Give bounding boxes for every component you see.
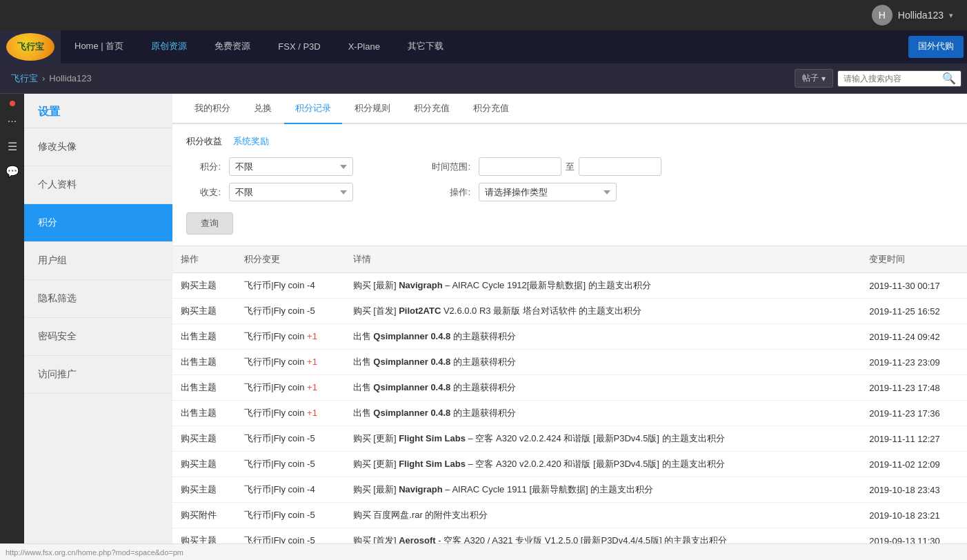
nav-bar: 飞行宝 Home | 首页 原创资源 免费资源 FSX / P3D X-Plan… bbox=[0, 30, 967, 63]
table-row: 出售主题飞行币|Fly coin +1出售 Qsimplanner 0.4.8 … bbox=[172, 375, 967, 401]
time-range-label: 时间范围: bbox=[422, 161, 470, 173]
cell-action: 购买主题 bbox=[172, 477, 236, 503]
cell-detail: 购买 [更新] Flight Sim Labs – 空客 A320 v2.0.2… bbox=[345, 452, 861, 477]
cell-action: 购买主题 bbox=[172, 426, 236, 452]
document-icon[interactable]: ☰ bbox=[3, 137, 22, 156]
op-type-select[interactable]: 请选择操作类型 bbox=[479, 183, 617, 201]
cell-detail: 出售 Qsimplanner 0.4.8 的主题获得积分 bbox=[345, 375, 861, 401]
chevron-down-icon: ▾ bbox=[949, 11, 953, 20]
icon-sidebar: ··· ☰ 💬 bbox=[0, 94, 24, 560]
cell-detail: 购买 [最新] Navigraph – AIRAC Cycle 1911 [最新… bbox=[345, 477, 861, 503]
cell-detail: 购买 [首发] Pilot2ATC V2.6.0.0 R3 最新版 塔台对话软件… bbox=[345, 299, 861, 324]
notification-dot-icon bbox=[10, 101, 15, 106]
cell-change: 飞行币|Fly coin +1 bbox=[236, 350, 344, 375]
nav-item-original[interactable]: 原创资源 bbox=[137, 30, 201, 63]
nav-item-free[interactable]: 免费资源 bbox=[201, 30, 264, 63]
sidebar-item-avatar[interactable]: 修改头像 bbox=[24, 128, 172, 166]
nav-items: Home | 首页 原创资源 免费资源 FSX / P3D X-Plane 其它… bbox=[61, 30, 967, 63]
search-submit-button[interactable]: 🔍 bbox=[942, 72, 956, 85]
date-from-input[interactable] bbox=[479, 157, 561, 176]
sidebar-item-profile[interactable]: 个人资料 bbox=[24, 166, 172, 204]
tab-rules[interactable]: 积分规则 bbox=[343, 94, 401, 124]
top-bar: H Hollida123 ▾ bbox=[0, 0, 967, 30]
points-label: 积分: bbox=[186, 161, 221, 173]
table-row: 购买主题飞行币|Fly coin -5购买 [更新] Flight Sim La… bbox=[172, 452, 967, 477]
date-to-input[interactable] bbox=[579, 157, 661, 176]
cell-action: 出售主题 bbox=[172, 350, 236, 375]
tab-recharge1[interactable]: 积分充值 bbox=[403, 94, 461, 124]
cell-change: 飞行币|Fly coin -4 bbox=[236, 477, 344, 503]
cell-action: 购买主题 bbox=[172, 273, 236, 299]
second-bar: 飞行宝 › Hollida123 帖子 ▾ 🔍 bbox=[0, 63, 967, 94]
cell-time: 2019-11-30 00:17 bbox=[861, 273, 967, 299]
system-reward-link[interactable]: 系统奖励 bbox=[233, 135, 269, 148]
cell-time: 2019-10-18 23:21 bbox=[861, 503, 967, 528]
status-bar: http://www.fsx.org.cn/home.php?mod=space… bbox=[0, 543, 967, 560]
cell-change: 飞行币|Fly coin +1 bbox=[236, 375, 344, 401]
search-type-label: 帖子 bbox=[802, 72, 819, 84]
tab-recharge2[interactable]: 积分充值 bbox=[462, 94, 520, 124]
col-detail: 详情 bbox=[345, 246, 861, 273]
cell-detail: 出售 Qsimplanner 0.4.8 的主题获得积分 bbox=[345, 350, 861, 375]
sidebar-item-privacy[interactable]: 隐私筛选 bbox=[24, 280, 172, 318]
cell-detail: 出售 Qsimplanner 0.4.8 的主题获得积分 bbox=[345, 324, 861, 350]
chat-icon[interactable]: 💬 bbox=[3, 161, 22, 181]
cell-change: 飞行币|Fly coin +1 bbox=[236, 324, 344, 350]
cell-detail: 出售 Qsimplanner 0.4.8 的主题获得积分 bbox=[345, 401, 861, 426]
search-type-button[interactable]: 帖子 ▾ bbox=[795, 69, 833, 88]
cell-change: 飞行币|Fly coin -5 bbox=[236, 426, 344, 452]
search-type-chevron-icon: ▾ bbox=[821, 74, 826, 83]
tab-records[interactable]: 积分记录 bbox=[284, 94, 342, 124]
income-select[interactable]: 不限 收入 支出 bbox=[229, 183, 353, 201]
username-label: Hollida123 bbox=[898, 10, 944, 21]
cell-time: 2019-11-02 12:09 bbox=[861, 452, 967, 477]
cell-time: 2019-11-23 17:36 bbox=[861, 401, 967, 426]
filter-header: 积分收益 系统奖励 bbox=[186, 135, 953, 148]
nav-item-other[interactable]: 其它下载 bbox=[394, 30, 457, 63]
cell-time: 2019-11-24 09:42 bbox=[861, 324, 967, 350]
date-to-separator: 至 bbox=[566, 161, 575, 173]
cell-action: 购买主题 bbox=[172, 299, 236, 324]
logo[interactable]: 飞行宝 bbox=[0, 30, 61, 63]
sidebar-item-promotion[interactable]: 访问推广 bbox=[24, 356, 172, 394]
tab-exchange[interactable]: 兑换 bbox=[243, 94, 283, 124]
nav-item-overseas[interactable]: 国外代购 bbox=[908, 36, 964, 58]
sidebar-item-password[interactable]: 密码安全 bbox=[24, 318, 172, 356]
sidebar-item-usergroup[interactable]: 用户组 bbox=[24, 242, 172, 280]
table-row: 购买主题飞行币|Fly coin -5购买 [更新] Flight Sim La… bbox=[172, 426, 967, 452]
op-label: 操作: bbox=[422, 186, 470, 199]
sidebar-item-points[interactable]: 积分 bbox=[24, 204, 172, 242]
settings-title: 设置 bbox=[24, 94, 172, 128]
table-row: 出售主题飞行币|Fly coin +1出售 Qsimplanner 0.4.8 … bbox=[172, 350, 967, 375]
nav-item-xplane[interactable]: X-Plane bbox=[335, 30, 394, 63]
nav-item-fsx[interactable]: FSX / P3D bbox=[264, 30, 334, 63]
query-button[interactable]: 查询 bbox=[186, 212, 233, 234]
status-url: http://www.fsx.org.cn/home.php?mod=space… bbox=[6, 548, 183, 557]
settings-nav: 设置 修改头像 个人资料 积分 用户组 隐私筛选 密码安全 访问推广 bbox=[24, 94, 172, 560]
user-menu[interactable]: H Hollida123 ▾ bbox=[872, 5, 953, 26]
income-label: 收支: bbox=[186, 186, 221, 199]
filter-section: 积分收益 系统奖励 积分: 不限 有积分 无积分 时间范围: bbox=[172, 124, 967, 246]
cell-detail: 购买 [更新] Flight Sim Labs – 空客 A320 v2.0.2… bbox=[345, 426, 861, 452]
points-select[interactable]: 不限 有积分 无积分 bbox=[229, 157, 353, 176]
cell-action: 出售主题 bbox=[172, 375, 236, 401]
nav-item-home[interactable]: Home | 首页 bbox=[61, 30, 137, 63]
breadcrumb-root[interactable]: 飞行宝 bbox=[11, 72, 38, 85]
tab-my-points[interactable]: 我的积分 bbox=[183, 94, 241, 124]
cell-action: 购买附件 bbox=[172, 503, 236, 528]
tabs-bar: 我的积分 兑换 积分记录 积分规则 积分充值 积分充值 bbox=[172, 94, 967, 124]
menu-icon[interactable]: ··· bbox=[3, 112, 22, 131]
cell-time: 2019-11-23 23:09 bbox=[861, 350, 967, 375]
col-action: 操作 bbox=[172, 246, 236, 273]
table-row: 购买主题飞行币|Fly coin -5购买 [首发] Pilot2ATC V2.… bbox=[172, 299, 967, 324]
table-row: 购买主题飞行币|Fly coin -4购买 [最新] Navigraph – A… bbox=[172, 273, 967, 299]
cell-change: 飞行币|Fly coin -5 bbox=[236, 452, 344, 477]
cell-change: 飞行币|Fly coin -5 bbox=[236, 503, 344, 528]
table-row: 购买主题飞行币|Fly coin -4购买 [最新] Navigraph – A… bbox=[172, 477, 967, 503]
cell-action: 购买主题 bbox=[172, 452, 236, 477]
cell-detail: 购买 百度网盘.rar 的附件支出积分 bbox=[345, 503, 861, 528]
table-row: 出售主题飞行币|Fly coin +1出售 Qsimplanner 0.4.8 … bbox=[172, 401, 967, 426]
cell-detail: 购买 [最新] Navigraph – AIRAC Cycle 1912[最新导… bbox=[345, 273, 861, 299]
logo-icon: 飞行宝 bbox=[6, 33, 54, 61]
cell-change: 飞行币|Fly coin -5 bbox=[236, 299, 344, 324]
